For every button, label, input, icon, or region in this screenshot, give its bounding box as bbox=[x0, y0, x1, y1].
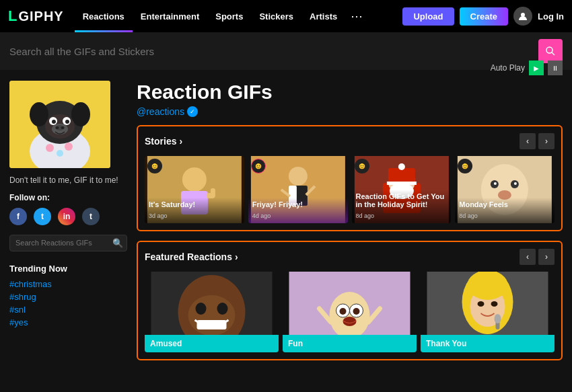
featured-chevron: › bbox=[235, 251, 238, 262]
channel-title: Reaction GIFs bbox=[137, 81, 273, 104]
featured-title[interactable]: Featured Reactions › bbox=[145, 251, 238, 262]
profile-avatar bbox=[9, 81, 110, 168]
featured-label-3: Thank You bbox=[421, 335, 555, 352]
nav-item-reactions[interactable]: Reactions bbox=[75, 0, 133, 32]
logo[interactable]: L GIPHY bbox=[8, 9, 64, 24]
story-avatar-1: 😊 bbox=[147, 159, 162, 173]
nav-more-button[interactable]: ⋯ bbox=[345, 0, 368, 32]
story-time-2: 4d ago bbox=[252, 212, 271, 219]
svg-rect-48 bbox=[197, 320, 227, 329]
story-card-3[interactable]: 😊 Reaction GIFs to Get You in the Holida… bbox=[352, 156, 452, 223]
sidebar-search-button[interactable]: 🔍 bbox=[112, 238, 123, 248]
stories-label: Stories bbox=[145, 136, 176, 147]
sidebar-tagline: Don't tell it to me, GIF it to me! bbox=[9, 175, 127, 186]
svg-point-7 bbox=[65, 143, 73, 151]
nav-item-entertainment[interactable]: Entertainment bbox=[133, 0, 207, 32]
featured-prev-button[interactable]: ‹ bbox=[520, 249, 536, 265]
trending-tag-snl[interactable]: #snl bbox=[9, 305, 127, 315]
svg-point-18 bbox=[56, 126, 59, 129]
instagram-icon[interactable]: in bbox=[58, 208, 75, 225]
svg-rect-36 bbox=[386, 182, 416, 185]
twitter-icon[interactable]: t bbox=[34, 208, 51, 225]
svg-point-1 bbox=[546, 47, 552, 53]
nav-item-sports[interactable]: Sports bbox=[207, 0, 251, 32]
featured-card-1[interactable]: Amused bbox=[145, 272, 279, 352]
svg-point-37 bbox=[398, 163, 404, 170]
featured-card-2[interactable]: Fun bbox=[283, 272, 417, 352]
stories-next-button[interactable]: › bbox=[538, 133, 555, 149]
svg-rect-35 bbox=[388, 168, 415, 183]
featured-label-1: Amused bbox=[145, 335, 279, 352]
story-label-4: Monday Feels 8d ago bbox=[455, 198, 555, 223]
stories-header: Stories › ‹ › bbox=[145, 133, 555, 149]
channel-handle-text[interactable]: @reactions bbox=[137, 106, 184, 117]
story-card-1[interactable]: 😊 It's Saturday! 3d ago bbox=[145, 156, 244, 223]
sidebar-search-input[interactable] bbox=[15, 239, 108, 247]
logo-l: L bbox=[8, 9, 17, 24]
svg-point-9 bbox=[30, 102, 48, 126]
trending-tag-christmas[interactable]: #christmas bbox=[9, 279, 127, 289]
login-button[interactable]: Log In bbox=[538, 11, 564, 22]
svg-point-49 bbox=[196, 303, 207, 315]
svg-point-50 bbox=[217, 303, 228, 315]
stories-section: Stories › ‹ › bbox=[137, 125, 563, 231]
story-title-3: Reaction GIFs to Get You in the Holiday … bbox=[356, 192, 448, 208]
search-input[interactable] bbox=[9, 46, 533, 57]
story-card-4[interactable]: 😊 Monday Feels 8d ago bbox=[455, 156, 555, 223]
story-label-2: Friyay! Friyay! 4d ago bbox=[248, 198, 348, 223]
stories-nav: ‹ › bbox=[520, 133, 555, 149]
stories-prev-button[interactable]: ‹ bbox=[520, 133, 536, 149]
stories-title[interactable]: Stories › bbox=[145, 136, 182, 147]
svg-point-10 bbox=[71, 102, 90, 126]
tumblr-icon[interactable]: t bbox=[82, 208, 100, 225]
svg-point-61 bbox=[343, 317, 357, 326]
svg-point-14 bbox=[52, 120, 56, 124]
search-bar bbox=[0, 32, 572, 70]
nav-item-artists[interactable]: Artists bbox=[301, 0, 345, 32]
header-actions: Upload Create Log In bbox=[402, 7, 564, 26]
svg-point-15 bbox=[65, 120, 69, 124]
sidebar-search: 🔍 bbox=[9, 235, 127, 251]
nav-item-stickers[interactable]: Stickers bbox=[251, 0, 301, 32]
story-title-2: Friyay! Friyay! bbox=[252, 200, 344, 208]
svg-point-67 bbox=[468, 272, 508, 300]
user-icon bbox=[518, 11, 528, 21]
search-button[interactable] bbox=[538, 39, 563, 63]
svg-point-26 bbox=[289, 167, 308, 186]
featured-section: Featured Reactions › ‹ › bbox=[137, 241, 563, 360]
search-icon bbox=[545, 46, 556, 56]
svg-point-21 bbox=[182, 167, 207, 192]
svg-point-59 bbox=[340, 308, 347, 315]
svg-point-60 bbox=[353, 308, 360, 315]
facebook-icon[interactable]: f bbox=[9, 208, 27, 225]
svg-rect-24 bbox=[211, 188, 215, 198]
featured-nav: ‹ › bbox=[520, 249, 555, 265]
autoplay-pause-button[interactable]: ⏸ bbox=[548, 61, 563, 75]
svg-point-43 bbox=[514, 182, 517, 185]
story-title-4: Monday Feels bbox=[459, 200, 550, 208]
story-time-4: 8d ago bbox=[459, 212, 478, 219]
story-avatar-3: 😊 bbox=[355, 159, 369, 173]
featured-grid: Amused bbox=[145, 272, 555, 352]
trending-label: Trending Now bbox=[9, 264, 127, 274]
svg-line-2 bbox=[552, 52, 555, 55]
main-layout: Don't tell it to me, GIF it to me! Follo… bbox=[0, 70, 572, 381]
verified-badge: ✓ bbox=[187, 106, 198, 117]
trending-tags: #christmas #shrug #snl #yes bbox=[9, 279, 127, 327]
avatar[interactable] bbox=[513, 7, 532, 26]
upload-button[interactable]: Upload bbox=[402, 7, 454, 26]
autoplay-play-button[interactable]: ▶ bbox=[529, 61, 544, 75]
svg-point-6 bbox=[57, 150, 63, 157]
create-button[interactable]: Create bbox=[460, 7, 508, 26]
story-time-1: 3d ago bbox=[149, 212, 168, 219]
svg-point-5 bbox=[46, 144, 54, 152]
svg-point-19 bbox=[61, 126, 65, 129]
autoplay-row: Auto Play ▶ ⏸ bbox=[491, 61, 563, 75]
story-time-3: 8d ago bbox=[356, 212, 375, 219]
trending-tag-shrug[interactable]: #shrug bbox=[9, 292, 127, 302]
story-card-2[interactable]: 😊 Friyay! Friyay! 4d ago bbox=[248, 156, 348, 223]
featured-card-3[interactable]: Thank You bbox=[421, 272, 555, 352]
featured-header: Featured Reactions › ‹ › bbox=[145, 249, 555, 265]
featured-next-button[interactable]: › bbox=[538, 249, 555, 265]
trending-tag-yes[interactable]: #yes bbox=[9, 317, 127, 327]
